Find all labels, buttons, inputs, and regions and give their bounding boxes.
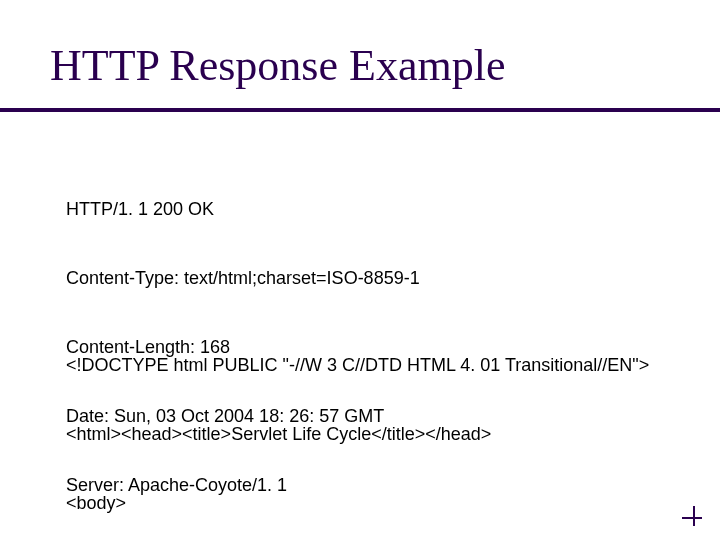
- header-line: HTTP/1. 1 200 OK: [66, 198, 420, 221]
- slide: HTTP Response Example HTTP/1. 1 200 OK C…: [0, 0, 720, 540]
- header-line: Content-Type: text/html;charset=ISO-8859…: [66, 267, 420, 290]
- slide-title: HTTP Response Example: [50, 40, 505, 91]
- body-line: <html><head><title>Servlet Life Cycle</t…: [66, 423, 649, 446]
- http-body-block: <!DOCTYPE html PUBLIC "-//W 3 C//DTD HTM…: [66, 308, 649, 540]
- title-underline: [0, 108, 720, 112]
- corner-accent-icon: [682, 506, 702, 526]
- body-line: <!DOCTYPE html PUBLIC "-//W 3 C//DTD HTM…: [66, 354, 649, 377]
- body-line: <body>: [66, 492, 649, 515]
